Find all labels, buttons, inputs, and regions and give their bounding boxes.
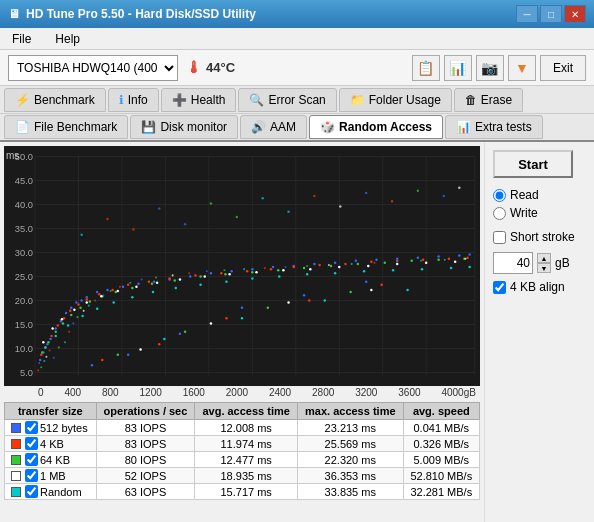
spin-down-button[interactable]: ▼ <box>537 263 551 273</box>
icon-btn-1[interactable]: 📋 <box>412 55 440 81</box>
tab-disk-monitor[interactable]: 💾Disk monitor <box>130 115 238 139</box>
checkbox-group: Short stroke ▲ ▼ gB 4 KB align <box>493 230 586 294</box>
align-label[interactable]: 4 KB align <box>493 280 586 294</box>
stroke-value-input[interactable] <box>493 252 533 274</box>
row-checkbox[interactable] <box>25 437 38 450</box>
row-avg-access: 12.008 ms <box>195 420 298 436</box>
svg-point-224 <box>339 205 341 208</box>
svg-point-183 <box>64 341 66 343</box>
svg-point-116 <box>303 267 305 270</box>
svg-point-124 <box>184 330 186 333</box>
info-icon: ℹ <box>119 93 124 107</box>
svg-point-35 <box>49 338 51 341</box>
row-color-swatch <box>11 439 21 449</box>
start-button[interactable]: Start <box>493 150 573 178</box>
svg-point-110 <box>151 282 153 285</box>
drive-select[interactable]: TOSHIBA HDWQ140 (4000 gB) <box>8 55 178 81</box>
svg-point-206 <box>373 262 375 264</box>
tab-extra-tests[interactable]: 📊Extra tests <box>445 115 543 139</box>
svg-point-200 <box>243 268 245 270</box>
svg-point-201 <box>264 267 266 269</box>
row-checkbox[interactable] <box>25 485 38 498</box>
svg-point-115 <box>277 269 279 272</box>
title-bar: 🖥 HD Tune Pro 5.50 - Hard Disk/SSD Utili… <box>0 0 594 28</box>
svg-text:15.0: 15.0 <box>15 320 33 330</box>
table-row: 64 KB 80 IOPS 12.477 ms 22.320 ms 5.009 … <box>5 452 480 468</box>
tab-benchmark[interactable]: ⚡Benchmark <box>4 88 106 112</box>
svg-point-99 <box>380 284 382 287</box>
short-stroke-checkbox[interactable] <box>493 231 506 244</box>
spin-up-button[interactable]: ▲ <box>537 253 551 263</box>
svg-point-89 <box>344 263 346 266</box>
menu-help[interactable]: Help <box>51 31 84 47</box>
svg-point-150 <box>370 289 372 292</box>
svg-point-205 <box>351 263 353 265</box>
svg-point-197 <box>188 272 190 274</box>
tab-random-access[interactable]: 🎲Random Access <box>309 115 443 139</box>
row-max-access: 23.213 ms <box>297 420 403 436</box>
align-checkbox[interactable] <box>493 281 506 294</box>
radio-read-label[interactable]: Read <box>493 188 586 202</box>
row-avg-speed: 52.810 MB/s <box>403 468 479 484</box>
svg-point-72 <box>50 335 52 338</box>
svg-point-126 <box>349 291 351 294</box>
tab-info[interactable]: ℹInfo <box>108 88 159 112</box>
menu-bar: File Help <box>0 28 594 50</box>
close-button[interactable]: ✕ <box>564 5 586 23</box>
row-avg-speed: 5.009 MB/s <box>403 452 479 468</box>
maximize-button[interactable]: □ <box>540 5 562 23</box>
tab-folder-usage[interactable]: 📁Folder Usage <box>339 88 452 112</box>
short-stroke-label[interactable]: Short stroke <box>493 230 586 244</box>
svg-point-102 <box>54 330 56 333</box>
exit-button[interactable]: Exit <box>540 55 586 81</box>
radio-write[interactable] <box>493 207 506 220</box>
row-color-swatch <box>11 487 21 497</box>
svg-point-162 <box>251 277 253 280</box>
tab-aam[interactable]: 🔊AAM <box>240 115 307 139</box>
tab-health[interactable]: ➕Health <box>161 88 237 112</box>
svg-point-147 <box>139 348 141 351</box>
svg-point-173 <box>324 299 326 302</box>
row-checkbox[interactable] <box>25 453 38 466</box>
radio-read[interactable] <box>493 189 506 202</box>
row-max-access: 22.320 ms <box>297 452 403 468</box>
row-label: Random <box>40 486 82 498</box>
radio-write-label[interactable]: Write <box>493 206 586 220</box>
radio-group: Read Write <box>493 188 586 220</box>
svg-point-68 <box>303 294 305 297</box>
svg-point-106 <box>89 300 91 303</box>
tab-erase[interactable]: 🗑Erase <box>454 88 523 112</box>
svg-point-109 <box>131 287 133 290</box>
svg-point-154 <box>81 315 83 318</box>
svg-point-140 <box>282 269 284 272</box>
row-ops: 83 IOPS <box>96 420 195 436</box>
svg-point-64 <box>91 364 93 367</box>
svg-point-148 <box>210 322 212 325</box>
row-checkbox[interactable] <box>25 469 38 482</box>
icon-btn-4[interactable]: ▼ <box>508 55 536 81</box>
row-max-access: 25.569 ms <box>297 436 403 452</box>
svg-point-112 <box>199 275 201 278</box>
svg-point-117 <box>330 265 332 268</box>
row-label: 512 bytes <box>40 422 88 434</box>
tab-file-benchmark[interactable]: 📄File Benchmark <box>4 115 128 139</box>
chart-container: ms <box>4 146 480 386</box>
row-checkbox[interactable] <box>25 421 38 434</box>
svg-point-73 <box>57 324 59 327</box>
svg-point-175 <box>37 369 39 371</box>
menu-file[interactable]: File <box>8 31 35 47</box>
svg-point-194 <box>141 279 143 281</box>
minimize-button[interactable]: ─ <box>516 5 538 23</box>
svg-point-212 <box>158 207 160 210</box>
stroke-input-row: ▲ ▼ gB <box>493 252 586 274</box>
extra-tests-icon: 📊 <box>456 120 471 134</box>
tab-error-scan[interactable]: 🔍Error Scan <box>238 88 336 112</box>
svg-point-138 <box>228 273 230 276</box>
icon-btn-2[interactable]: 📊 <box>444 55 472 81</box>
svg-point-131 <box>86 301 88 304</box>
svg-point-65 <box>127 353 129 356</box>
scan-icon: 🔍 <box>249 93 264 107</box>
icon-btn-3[interactable]: 📷 <box>476 55 504 81</box>
svg-point-121 <box>437 258 439 261</box>
toolbar-icons: 📋 📊 📷 ▼ Exit <box>412 55 586 81</box>
